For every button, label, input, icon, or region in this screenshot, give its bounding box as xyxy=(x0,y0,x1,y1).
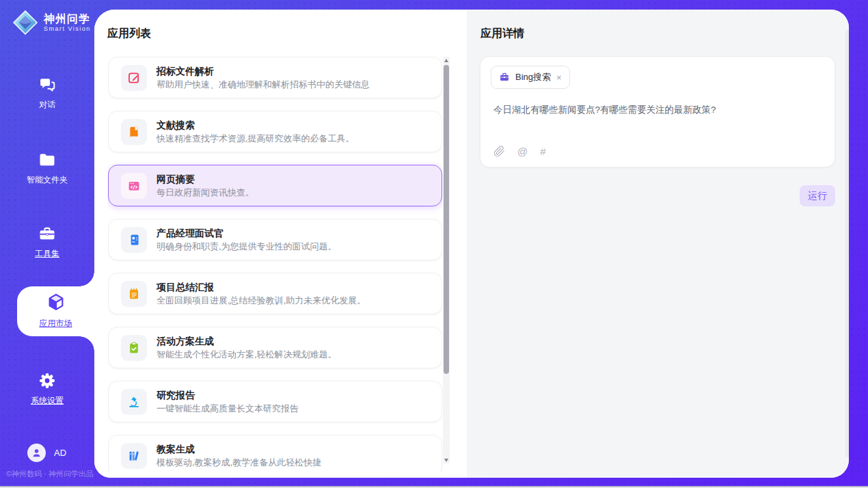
app-card-description: 明确身份和职责,为您提供专业性的面试问题。 xyxy=(157,241,337,252)
app-card-title: 教案生成 xyxy=(157,443,321,455)
main-content: 应用列表 招标文件解析 帮助用户快速、准确地理解和解析招标书中的关键信息 xyxy=(94,10,849,478)
icon-tile xyxy=(121,281,147,307)
sidebar-item-chat[interactable]: 对话 xyxy=(0,75,94,111)
briefcase-icon xyxy=(499,72,510,83)
brand-title: 神州问学 xyxy=(44,13,91,25)
sidebar-item-label: 应用市场 xyxy=(17,318,94,329)
app-card-description: 全面回顾项目进展,总结经验教训,助力未来优化发展。 xyxy=(157,295,366,306)
icon-tile xyxy=(121,335,147,361)
app-card-title: 项目总结汇报 xyxy=(157,281,366,293)
app-list-title: 应用列表 xyxy=(107,27,151,41)
app-card-title: 网页摘要 xyxy=(157,173,254,185)
chip-close-icon[interactable]: × xyxy=(556,73,562,82)
window-bottom-edge xyxy=(0,486,868,487)
icon-tile xyxy=(121,443,147,469)
sidebar-item-app-market[interactable]: 应用市场 xyxy=(17,286,94,336)
pencil-square-icon xyxy=(127,71,141,85)
book-icon xyxy=(127,125,141,139)
app-card-title: 招标文件解析 xyxy=(157,65,370,77)
microscope-icon xyxy=(127,395,141,409)
app-card-research-report[interactable]: 研究报告 一键智能生成高质量长文本研究报告 xyxy=(108,381,442,422)
app-card-description: 每日政府新闻资讯快查。 xyxy=(157,187,254,198)
scroll-up-icon[interactable] xyxy=(443,57,450,64)
user-account[interactable]: AD xyxy=(27,444,66,462)
icon-tile xyxy=(121,119,147,145)
app-card-title: 活动方案生成 xyxy=(157,335,337,347)
notepad-icon xyxy=(127,287,141,301)
app-card-event-plan[interactable]: 活动方案生成 智能生成个性化活动方案,轻松解决规划难题。 xyxy=(108,327,442,368)
icon-tile xyxy=(121,227,147,253)
clipboard-check-icon xyxy=(127,341,141,355)
sidebar-item-label: 智能文件夹 xyxy=(0,174,94,186)
app-card-description: 快速精准查找学术资源,提高研究效率的必备工具。 xyxy=(157,133,355,144)
app-card-description: 模板驱动,教案秒成,教学准备从此轻松快捷 xyxy=(157,457,321,468)
interviewer-doc-icon xyxy=(127,233,141,247)
user-name: AD xyxy=(54,448,66,458)
sidebar-item-label: 工具集 xyxy=(0,248,94,260)
scroll-down-icon[interactable] xyxy=(443,457,450,463)
app-card-pm-interviewer[interactable]: 产品经理面试官 明确身份和职责,为您提供专业性的面试问题。 xyxy=(108,219,442,260)
copyright-text: ©神州数码 · 神州问学出品 xyxy=(6,469,94,479)
app-card-project-summary[interactable]: 项目总结汇报 全面回顾项目进展,总结经验教训,助力未来优化发展。 xyxy=(108,273,442,314)
brand-logo: 神州问学 Smart Vision xyxy=(12,10,91,36)
list-scrollbar[interactable] xyxy=(443,57,450,463)
sidebar-item-smart-folder[interactable]: 智能文件夹 xyxy=(0,150,94,186)
diamond-logo-icon xyxy=(12,10,38,36)
toolbox-icon xyxy=(38,224,57,243)
tool-chip-bing-search[interactable]: Bing搜索 × xyxy=(491,66,570,89)
icon-tile xyxy=(121,65,147,91)
tool-chip-label: Bing搜索 xyxy=(515,71,551,83)
person-icon xyxy=(31,447,42,459)
app-detail-panel: 应用详情 Bing搜索 × 今日湖北有哪些新闻要点?有哪些需要关注的最新政策? xyxy=(467,10,849,478)
icon-tile xyxy=(121,173,147,199)
cube-icon xyxy=(46,293,66,312)
brand-subtitle: Smart Vision xyxy=(44,25,91,32)
gear-icon xyxy=(38,371,57,390)
app-card-lesson-plan[interactable]: 教案生成 模板驱动,教案秒成,教学准备从此轻松快捷 xyxy=(108,435,442,472)
detail-scroll-track[interactable] xyxy=(845,30,849,457)
avatar xyxy=(27,444,46,462)
app-card-title: 产品经理面试官 xyxy=(157,227,337,239)
sidebar-item-settings[interactable]: 系统设置 xyxy=(0,371,94,407)
sidebar: 神州问学 Smart Vision 对话 智能文件夹 xyxy=(0,0,94,486)
folder-icon xyxy=(38,150,57,170)
icon-tile xyxy=(121,389,147,415)
app-card-description: 一键智能生成高质量长文本研究报告 xyxy=(157,403,299,414)
app-card-bid-parsing[interactable]: 招标文件解析 帮助用户快速、准确地理解和解析招标书中的关键信息 xyxy=(108,57,442,98)
scrollbar-thumb[interactable] xyxy=(444,65,449,374)
app-list-panel: 应用列表 招标文件解析 帮助用户快速、准确地理解和解析招标书中的关键信息 xyxy=(94,10,467,478)
sidebar-item-label: 系统设置 xyxy=(0,395,94,407)
hash-icon[interactable]: # xyxy=(540,146,545,157)
app-card-description: 智能生成个性化活动方案,轻松解决规划难题。 xyxy=(157,349,337,360)
attachment-toolbar: @ # xyxy=(493,146,546,157)
sidebar-item-toolset[interactable]: 工具集 xyxy=(0,224,94,260)
browser-code-icon xyxy=(127,179,141,193)
paperclip-icon[interactable] xyxy=(493,146,505,157)
app-card-title: 研究报告 xyxy=(157,389,299,401)
app-card-literature-search[interactable]: 文献搜索 快速精准查找学术资源,提高研究效率的必备工具。 xyxy=(108,111,442,152)
app-card-list: 招标文件解析 帮助用户快速、准确地理解和解析招标书中的关键信息 文献搜索 快速精… xyxy=(108,57,442,472)
prompt-input-card[interactable]: Bing搜索 × 今日湖北有哪些新闻要点?有哪些需要关注的最新政策? @ # xyxy=(480,56,835,167)
app-card-web-summary[interactable]: 网页摘要 每日政府新闻资讯快查。 xyxy=(108,165,442,206)
app-detail-title: 应用详情 xyxy=(480,27,524,41)
books-icon xyxy=(127,449,141,463)
at-icon[interactable]: @ xyxy=(517,146,528,157)
sidebar-item-label: 对话 xyxy=(0,99,94,111)
chat-icon xyxy=(38,75,57,94)
query-text-input[interactable]: 今日湖北有哪些新闻要点?有哪些需要关注的最新政策? xyxy=(493,103,821,116)
run-button[interactable]: 运行 xyxy=(800,185,835,206)
app-card-description: 帮助用户快速、准确地理解和解析招标书中的关键信息 xyxy=(157,79,370,90)
app-card-title: 文献搜索 xyxy=(157,119,355,131)
app-window: 神州问学 Smart Vision 对话 智能文件夹 xyxy=(0,0,868,488)
